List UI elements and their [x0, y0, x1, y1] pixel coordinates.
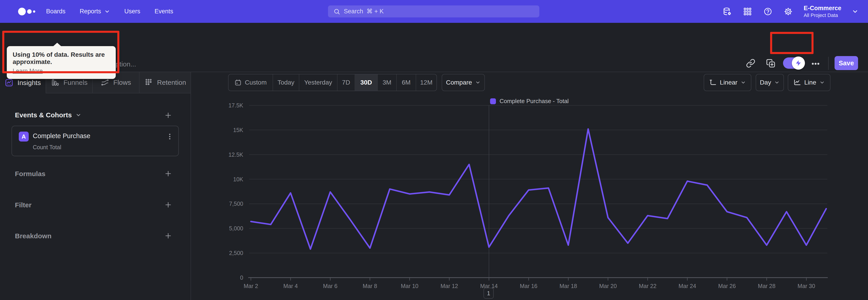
axis-scale-label: Linear: [720, 79, 738, 86]
chevron-down-icon: [852, 8, 859, 15]
nav-item-label: Boards: [46, 8, 66, 15]
range-12m[interactable]: 12M: [416, 74, 436, 91]
range-custom[interactable]: Custom: [228, 74, 273, 91]
svg-text:Mar 4: Mar 4: [283, 283, 298, 289]
sampling-tooltip: Using 10% of data. Results are approxima…: [7, 46, 116, 79]
project-name: E-Commerce: [804, 4, 841, 12]
search-bar[interactable]: [328, 5, 539, 18]
gear-icon: [784, 7, 793, 16]
range-label: Today: [278, 79, 294, 86]
svg-text:Mar 22: Mar 22: [639, 283, 656, 289]
svg-text:Mar 12: Mar 12: [440, 283, 458, 289]
svg-text:Mar 10: Mar 10: [401, 283, 418, 289]
nav-item-reports[interactable]: Reports: [80, 8, 110, 15]
svg-text:15K: 15K: [233, 127, 243, 133]
funnels-bars-icon: [51, 78, 59, 87]
panel-divider: [191, 72, 191, 300]
project-scope: All Project Data: [804, 12, 838, 19]
tab-label: Funnels: [64, 79, 88, 86]
svg-text:0: 0: [240, 274, 243, 281]
range-label: 30D: [360, 79, 372, 86]
svg-text:17.5K: 17.5K: [228, 102, 243, 109]
chevron-down-icon: [741, 80, 746, 85]
data-management-button[interactable]: [722, 6, 732, 17]
help-circle-icon: [763, 7, 772, 16]
granularity-label: Day: [760, 79, 771, 86]
settings-button[interactable]: [783, 6, 793, 17]
apps-grid-button[interactable]: [743, 6, 752, 17]
tab-label: Flows: [113, 79, 131, 86]
nav-item-events[interactable]: Events: [155, 8, 174, 15]
nav-item-label: Users: [124, 8, 141, 15]
svg-text:12.5K: 12.5K: [228, 151, 243, 158]
tab-label: Insights: [18, 79, 41, 87]
help-button[interactable]: [763, 6, 773, 17]
chevron-down-icon: [819, 80, 825, 85]
search-icon: [333, 8, 340, 15]
learn-more-link[interactable]: Learn More: [13, 67, 43, 74]
svg-text:Mar 6: Mar 6: [323, 283, 338, 289]
grid-apps-icon: [743, 7, 752, 16]
search-input[interactable]: [344, 8, 539, 15]
svg-text:7,500: 7,500: [229, 201, 243, 207]
svg-text:Mar 26: Mar 26: [718, 283, 736, 289]
project-switcher[interactable]: E-Commerce All Project Data: [804, 4, 841, 18]
range-3m[interactable]: 3M: [378, 74, 397, 91]
top-nav: Boards Reports Users Events: [0, 0, 868, 23]
insights-chart-icon: [5, 79, 13, 87]
compare-label: Compare: [446, 79, 472, 86]
svg-text:Mar 28: Mar 28: [758, 283, 776, 289]
insights-line-chart[interactable]: 02,5005,0007,50010K12.5K15K17.5KMar 2Mar…: [0, 0, 868, 300]
chart-type-dropdown[interactable]: Line: [788, 74, 831, 91]
svg-text:2,500: 2,500: [229, 250, 243, 256]
chevron-down-icon: [475, 80, 480, 85]
tab-retention[interactable]: Retention: [139, 72, 191, 93]
nav-item-users[interactable]: Users: [124, 8, 141, 15]
range-6m[interactable]: 6M: [397, 74, 416, 91]
tooltip-text: Using 10% of data. Results are approxima…: [13, 51, 110, 65]
granularity-dropdown[interactable]: Day: [756, 74, 784, 91]
range-label: 3M: [383, 79, 392, 86]
flows-icon: [101, 78, 109, 87]
svg-text:Mar 8: Mar 8: [363, 283, 377, 289]
chevron-down-icon: [104, 8, 110, 14]
mixpanel-logo-icon[interactable]: [10, 5, 37, 18]
date-range-control: Custom Today Yesterday 7D 30D 3M 6M 12M: [228, 74, 437, 91]
range-label: Custom: [245, 79, 267, 86]
legend-label: Complete Purchase - Total: [500, 98, 569, 105]
axis-scale-dropdown[interactable]: Linear: [704, 74, 751, 91]
calendar-icon: [235, 79, 242, 86]
linear-axis-icon: [709, 79, 717, 86]
horizontal-divider: [0, 72, 868, 72]
svg-text:10K: 10K: [233, 176, 243, 182]
svg-text:Mar 24: Mar 24: [679, 283, 696, 289]
range-today[interactable]: Today: [273, 74, 299, 91]
tab-label: Retention: [157, 79, 186, 86]
compare-dropdown[interactable]: Compare: [442, 74, 485, 91]
chart-legend: Complete Purchase - Total: [490, 98, 569, 105]
tooltip-arrow: [53, 43, 61, 46]
project-chevron[interactable]: [852, 8, 859, 15]
svg-text:5,000: 5,000: [229, 225, 243, 232]
svg-text:Mar 18: Mar 18: [559, 283, 577, 289]
svg-text:Mar 30: Mar 30: [798, 283, 815, 289]
range-label: 6M: [402, 79, 411, 86]
pagination-page[interactable]: 1: [484, 288, 494, 299]
chart-type-label: Line: [804, 79, 816, 86]
chevron-down-icon: [774, 80, 780, 85]
nav-item-label: Events: [155, 8, 174, 15]
range-30d[interactable]: 30D: [355, 74, 378, 91]
range-label: Yesterday: [304, 79, 332, 86]
svg-text:Mar 2: Mar 2: [244, 283, 258, 289]
nav-item-label: Reports: [80, 8, 101, 15]
nav-item-boards[interactable]: Boards: [46, 8, 66, 15]
range-yesterday[interactable]: Yesterday: [299, 74, 338, 91]
retention-dots-icon: [145, 78, 153, 87]
range-7d[interactable]: 7D: [338, 74, 355, 91]
line-chart-icon: [794, 79, 801, 86]
range-label: 7D: [342, 79, 350, 86]
database-gear-icon: [723, 7, 732, 16]
range-label: 12M: [420, 79, 432, 86]
svg-text:Mar 20: Mar 20: [599, 283, 617, 289]
legend-swatch: [490, 98, 496, 104]
